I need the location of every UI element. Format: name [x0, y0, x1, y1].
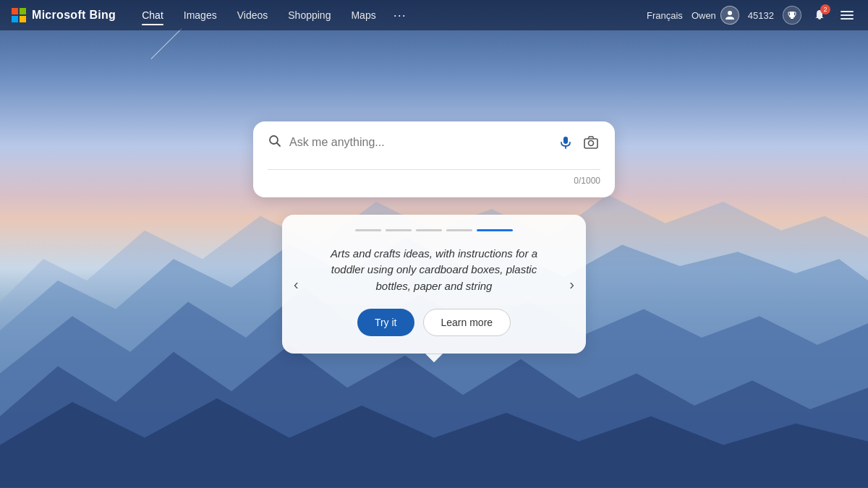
notification-count: 2: [820, 4, 830, 14]
svg-point-3: [270, 136, 278, 144]
nav-videos[interactable]: Videos: [229, 7, 277, 24]
nav-right: Français Owen 45132: [647, 6, 856, 25]
search-row: [268, 133, 600, 152]
logo-cell-blue: [12, 16, 18, 22]
rewards-button[interactable]: [783, 6, 801, 25]
menu-line-1: [841, 11, 854, 12]
hamburger-menu[interactable]: [838, 8, 856, 22]
user-area[interactable]: Owen: [692, 6, 739, 25]
microphone-icon: [558, 135, 573, 150]
search-actions: [557, 133, 600, 152]
microsoft-logo: [12, 8, 26, 22]
search-input[interactable]: [289, 136, 550, 149]
char-count: 0/1000: [574, 176, 600, 186]
learn-more-button[interactable]: Learn more: [423, 309, 511, 336]
suggestion-text: Arts and crafts ideas, with instructions…: [305, 246, 563, 295]
menu-line-3: [841, 18, 854, 20]
user-icon: [724, 9, 736, 21]
user-name: Owen: [692, 10, 716, 21]
main-content: 0/1000 ‹ Arts and crafts ideas, with ins…: [0, 30, 868, 488]
indicator-3: [416, 229, 442, 231]
nav-more-button[interactable]: ···: [388, 5, 412, 26]
notifications-button[interactable]: 2: [810, 6, 829, 25]
next-suggestion-button[interactable]: ›: [563, 270, 580, 299]
logo-cell-red: [12, 8, 18, 14]
chevron-right-icon: ›: [569, 276, 574, 293]
microphone-button[interactable]: [557, 134, 574, 151]
logo-cell-green: [20, 8, 26, 14]
logo-cell-yellow: [20, 16, 26, 22]
navbar: Microsoft Bing Chat Images Videos Shoppi…: [0, 0, 868, 30]
menu-line-2: [841, 14, 854, 16]
nav-links: Chat Images Videos Shopping Maps ···: [133, 5, 647, 26]
indicators: [355, 229, 513, 231]
search-icon: [268, 134, 282, 151]
svg-rect-4: [563, 137, 568, 144]
search-footer: 0/1000: [268, 169, 600, 186]
camera-icon: [583, 134, 599, 150]
points-display: 45132: [748, 10, 774, 21]
nav-images[interactable]: Images: [175, 7, 226, 24]
camera-button[interactable]: [582, 133, 600, 152]
nav-shopping[interactable]: Shopping: [279, 7, 339, 24]
chevron-left-icon: ‹: [294, 276, 299, 293]
svg-rect-2: [791, 17, 793, 19]
suggestion-card: ‹ Arts and crafts ideas, with instructio…: [282, 215, 586, 354]
nav-chat[interactable]: Chat: [133, 7, 172, 24]
user-avatar: [720, 6, 739, 25]
logo-area[interactable]: Microsoft Bing: [12, 8, 116, 22]
trophy-icon: [787, 10, 797, 20]
nav-maps[interactable]: Maps: [342, 7, 384, 24]
svg-point-7: [589, 140, 594, 145]
previous-suggestion-button[interactable]: ‹: [288, 270, 305, 299]
card-buttons: Try it Learn more: [357, 309, 511, 336]
brand-name: Microsoft Bing: [32, 9, 116, 22]
svg-point-0: [728, 11, 732, 15]
indicator-4: [446, 229, 472, 231]
indicator-1: [355, 229, 381, 231]
indicator-5: [477, 229, 513, 231]
search-container: 0/1000: [253, 121, 615, 197]
try-it-button[interactable]: Try it: [357, 309, 414, 336]
language-selector[interactable]: Français: [647, 10, 683, 21]
indicator-2: [386, 229, 412, 231]
